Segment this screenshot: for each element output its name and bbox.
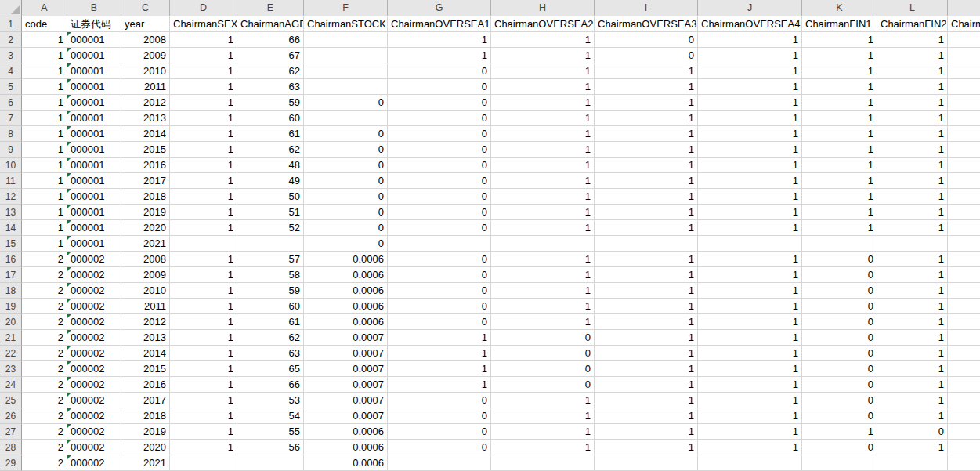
cell-M6[interactable] <box>948 95 980 111</box>
cell-C16[interactable]: 2008 <box>121 252 170 267</box>
cell-L29[interactable] <box>877 455 948 471</box>
cell-A23[interactable]: 2 <box>22 361 67 377</box>
cell-F18[interactable]: 0.0006 <box>304 283 388 299</box>
cell-H23[interactable]: 0 <box>491 361 595 377</box>
cell-A3[interactable]: 1 <box>22 48 67 63</box>
cell-D17[interactable]: 1 <box>170 267 237 283</box>
cell-B23[interactable]: 000002 <box>67 361 121 377</box>
cell-K23[interactable]: 0 <box>802 361 877 377</box>
cell-A17[interactable]: 2 <box>22 267 67 283</box>
cell-B11[interactable]: 000001 <box>67 173 121 189</box>
cell-F24[interactable]: 0.0007 <box>304 377 388 393</box>
cell-K10[interactable]: 1 <box>802 158 877 173</box>
cell-M13[interactable] <box>948 205 980 220</box>
cell-D12[interactable]: 1 <box>170 189 237 205</box>
cell-A27[interactable]: 2 <box>22 424 67 440</box>
cell-C19[interactable]: 2011 <box>121 299 170 314</box>
cell-L7[interactable]: 1 <box>877 111 948 126</box>
cell-J17[interactable]: 1 <box>698 267 802 283</box>
cell-J20[interactable]: 1 <box>698 314 802 330</box>
cell-E22[interactable]: 63 <box>237 346 304 361</box>
cell-G5[interactable]: 0 <box>388 79 491 95</box>
cell-F21[interactable]: 0.0007 <box>304 330 388 346</box>
cell-G6[interactable]: 0 <box>388 95 491 111</box>
cell-C25[interactable]: 2017 <box>121 393 170 408</box>
row-header-19[interactable]: 19 <box>0 299 22 314</box>
cell-L14[interactable]: 1 <box>877 220 948 236</box>
cell-E14[interactable]: 52 <box>237 220 304 236</box>
cell-L27[interactable]: 0 <box>877 424 948 440</box>
cell-G3[interactable]: 1 <box>388 48 491 63</box>
cell-H1[interactable]: ChairmanOVERSEA2 <box>491 16 595 32</box>
cell-L12[interactable]: 1 <box>877 189 948 205</box>
row-header-4[interactable]: 4 <box>0 63 22 79</box>
cell-A15[interactable]: 1 <box>22 236 67 252</box>
cell-D1[interactable]: ChairmanSEX <box>170 16 237 32</box>
column-header-L[interactable]: L <box>877 0 948 16</box>
cell-C20[interactable]: 2012 <box>121 314 170 330</box>
cell-L3[interactable]: 1 <box>877 48 948 63</box>
cell-G8[interactable]: 0 <box>388 126 491 142</box>
cell-K13[interactable]: 1 <box>802 205 877 220</box>
cell-M27[interactable] <box>948 424 980 440</box>
cell-D10[interactable]: 1 <box>170 158 237 173</box>
cell-J8[interactable]: 1 <box>698 126 802 142</box>
cell-M18[interactable] <box>948 283 980 299</box>
cell-D7[interactable]: 1 <box>170 111 237 126</box>
cell-C24[interactable]: 2016 <box>121 377 170 393</box>
cell-L22[interactable]: 1 <box>877 346 948 361</box>
cell-E3[interactable]: 67 <box>237 48 304 63</box>
cell-I29[interactable] <box>595 455 698 471</box>
cell-K12[interactable]: 1 <box>802 189 877 205</box>
cell-A4[interactable]: 1 <box>22 63 67 79</box>
cell-J25[interactable]: 1 <box>698 393 802 408</box>
cell-D27[interactable]: 1 <box>170 424 237 440</box>
cell-E25[interactable]: 53 <box>237 393 304 408</box>
cell-A20[interactable]: 2 <box>22 314 67 330</box>
cell-C28[interactable]: 2020 <box>121 440 170 455</box>
cell-K15[interactable] <box>802 236 877 252</box>
cell-K22[interactable]: 0 <box>802 346 877 361</box>
cell-E26[interactable]: 54 <box>237 408 304 424</box>
cell-K9[interactable]: 1 <box>802 142 877 158</box>
cell-H22[interactable]: 0 <box>491 346 595 361</box>
row-header-14[interactable]: 14 <box>0 220 22 236</box>
cell-G4[interactable]: 0 <box>388 63 491 79</box>
cell-C14[interactable]: 2020 <box>121 220 170 236</box>
cell-A28[interactable]: 2 <box>22 440 67 455</box>
cell-C10[interactable]: 2016 <box>121 158 170 173</box>
cell-B13[interactable]: 000001 <box>67 205 121 220</box>
cell-D20[interactable]: 1 <box>170 314 237 330</box>
cell-L26[interactable]: 1 <box>877 408 948 424</box>
cell-C5[interactable]: 2011 <box>121 79 170 95</box>
cell-M8[interactable] <box>948 126 980 142</box>
cell-I23[interactable]: 1 <box>595 361 698 377</box>
cell-J16[interactable]: 1 <box>698 252 802 267</box>
cell-I19[interactable]: 1 <box>595 299 698 314</box>
cell-D15[interactable] <box>170 236 237 252</box>
cell-E20[interactable]: 61 <box>237 314 304 330</box>
cell-M1[interactable]: Chairm <box>948 16 980 32</box>
cell-K11[interactable]: 1 <box>802 173 877 189</box>
cell-I10[interactable]: 1 <box>595 158 698 173</box>
cell-K1[interactable]: ChairmanFIN1 <box>802 16 877 32</box>
cell-J23[interactable]: 1 <box>698 361 802 377</box>
cell-G24[interactable]: 1 <box>388 377 491 393</box>
cell-G16[interactable]: 0 <box>388 252 491 267</box>
cell-F29[interactable]: 0.0006 <box>304 455 388 471</box>
cell-E11[interactable]: 49 <box>237 173 304 189</box>
cell-E12[interactable]: 50 <box>237 189 304 205</box>
cell-M11[interactable] <box>948 173 980 189</box>
cell-H3[interactable]: 1 <box>491 48 595 63</box>
row-header-26[interactable]: 26 <box>0 408 22 424</box>
cell-L18[interactable]: 1 <box>877 283 948 299</box>
cell-G17[interactable]: 0 <box>388 267 491 283</box>
cell-H21[interactable]: 0 <box>491 330 595 346</box>
cell-M29[interactable] <box>948 455 980 471</box>
cell-B26[interactable]: 000002 <box>67 408 121 424</box>
cell-L9[interactable]: 1 <box>877 142 948 158</box>
cell-G14[interactable]: 0 <box>388 220 491 236</box>
cell-C21[interactable]: 2013 <box>121 330 170 346</box>
cell-K28[interactable]: 0 <box>802 440 877 455</box>
cell-B27[interactable]: 000002 <box>67 424 121 440</box>
